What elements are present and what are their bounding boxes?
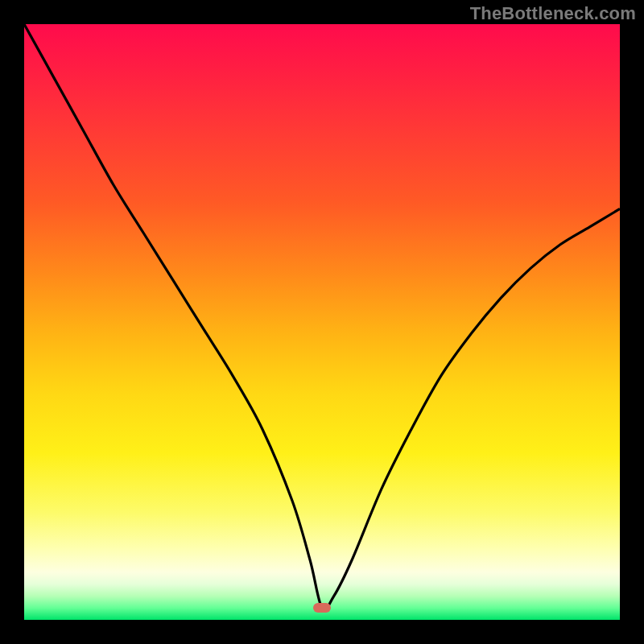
bottleneck-curve	[24, 24, 620, 620]
chart-frame: TheBottleneck.com	[0, 0, 644, 644]
curve-path	[24, 24, 620, 609]
watermark-text: TheBottleneck.com	[470, 3, 636, 24]
optimal-point-marker	[313, 603, 331, 613]
plot-area	[24, 24, 620, 620]
